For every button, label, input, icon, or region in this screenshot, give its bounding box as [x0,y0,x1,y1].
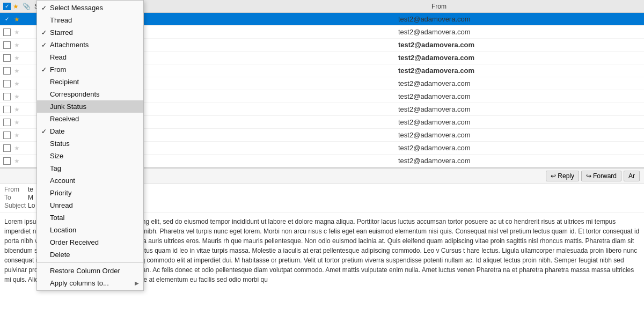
menu-item-delete[interactable]: Delete [37,248,143,261]
menu-item-label: Starred [50,28,73,36]
menu-item-label: Recipient [50,78,79,86]
preview-to-label: To [4,194,26,201]
menu-item-correspondents[interactable]: Correspondents [37,88,143,100]
message-star[interactable]: ★ [12,41,21,49]
menu-item-label: Delete [50,251,70,259]
menu-item-unread[interactable]: Unread [37,199,143,211]
message-checkbox[interactable] [2,106,12,113]
menu-item-starred[interactable]: ✓Starred [37,26,143,39]
message-checkbox[interactable]: ✓ [2,16,12,23]
message-checkbox[interactable] [2,80,12,87]
menu-item-restore-column-order[interactable]: Restore Column Order [37,265,143,277]
menu-item-account[interactable]: Account [37,174,143,187]
star-icon: ★ [14,93,20,100]
message-from: test2@adamovera.com [396,105,642,113]
message-star[interactable]: ★ [12,54,21,62]
archive-button[interactable]: Ar [624,171,640,181]
menu-item-junk-status[interactable]: Junk Status [37,100,143,113]
menu-item-thread[interactable]: Thread [37,14,143,26]
message-star[interactable]: ★ [12,80,21,87]
forward-label: Forward [593,172,617,180]
menu-item-label: Thread [50,16,72,24]
checkbox-indicator [3,67,11,75]
menu-item-label: Received [50,115,79,123]
message-from: test2@adamovera.com [396,144,642,152]
menu-item-read[interactable]: Read [37,51,143,63]
message-star[interactable]: ★ [12,16,21,23]
message-from: test2@adamovera.com [396,92,642,100]
menu-item-select-messages[interactable]: ✓Select Messages [37,2,143,14]
message-star[interactable]: ★ [12,144,21,152]
message-checkbox[interactable] [2,131,12,139]
checkbox-indicator: ✓ [3,16,11,23]
checkbox-indicator [3,157,11,165]
menu-item-label: Date [50,127,64,135]
message-star[interactable]: ★ [12,157,21,165]
menu-item-tag[interactable]: Tag [37,162,143,174]
message-star[interactable]: ★ [12,119,21,126]
star-icon: ★ [14,67,20,75]
message-checkbox[interactable] [2,41,12,49]
header-star-col: ★ [13,2,23,10]
message-from: test2@adamovera.com [396,131,642,139]
message-star[interactable]: ★ [12,131,21,139]
context-menu: ✓Select MessagesThread✓Starred✓Attachmen… [36,0,144,291]
menu-item-from[interactable]: ✓From [37,63,143,76]
menu-item-label: Location [50,226,76,234]
checkbox-indicator [3,54,11,62]
message-star[interactable]: ★ [12,67,21,75]
menu-item-label: Correspondents [50,90,100,98]
menu-item-priority[interactable]: Priority [37,187,143,199]
menu-item-label: Priority [50,189,71,197]
menu-item-location[interactable]: Location [37,224,143,236]
menu-item-size[interactable]: Size [37,150,143,162]
message-checkbox[interactable] [2,54,12,62]
reply-button[interactable]: ↩ Reply [546,171,579,181]
reply-label: Reply [558,172,574,180]
menu-item-date[interactable]: ✓Date [37,125,143,137]
preview-subject-value: Lo [28,202,35,209]
star-icon: ★ [14,119,20,126]
menu-item-order-received[interactable]: Order Received [37,236,143,248]
preview-from-value: te [28,186,33,193]
message-from: test2@adamovera.com [396,79,642,87]
menu-item-label: Status [50,140,70,148]
menu-item-label: Read [50,53,67,61]
menu-item-received[interactable]: Received [37,113,143,125]
check-icon: ✓ [41,128,47,135]
forward-button[interactable]: ↪ Forward [581,171,621,181]
message-checkbox[interactable] [2,28,12,36]
menu-item-status[interactable]: Status [37,137,143,150]
star-icon: ★ [14,28,20,36]
checkbox-indicator [3,119,11,126]
checkbox-indicator [3,131,11,139]
message-checkbox[interactable] [2,119,12,126]
menu-separator [37,262,143,263]
message-checkbox[interactable] [2,144,12,152]
message-checkbox[interactable] [2,67,12,75]
header-from[interactable]: From [429,3,642,10]
reply-icon: ↩ [551,172,556,180]
from-label: From [431,3,447,10]
archive-label: Ar [628,172,635,180]
star-icon: ★ [14,144,20,152]
message-star[interactable]: ★ [12,93,21,100]
menu-item-total[interactable]: Total [37,211,143,224]
message-checkbox[interactable] [2,93,12,100]
menu-item-attachments[interactable]: ✓Attachments [37,39,143,51]
message-star[interactable]: ★ [12,28,21,36]
checkbox-indicator [3,28,11,36]
menu-item-label: Restore Column Order [50,267,120,275]
menu-item-apply-columns-to[interactable]: Apply columns to...▶ [37,277,143,289]
message-from: test2@adamovera.com [396,157,642,165]
menu-item-label: Order Received [50,238,99,246]
message-from: test2@adamovera.com [396,41,642,49]
star-icon: ★ [14,131,20,139]
header-checkbox[interactable]: ✓ [2,2,12,11]
preview-subject-label: Subject [4,202,26,209]
message-star[interactable]: ★ [12,106,21,113]
menu-item-recipient[interactable]: Recipient [37,76,143,88]
check-icon: ✓ [41,4,47,12]
message-checkbox[interactable] [2,157,12,165]
message-from: test2@adamovera.com [396,54,642,62]
